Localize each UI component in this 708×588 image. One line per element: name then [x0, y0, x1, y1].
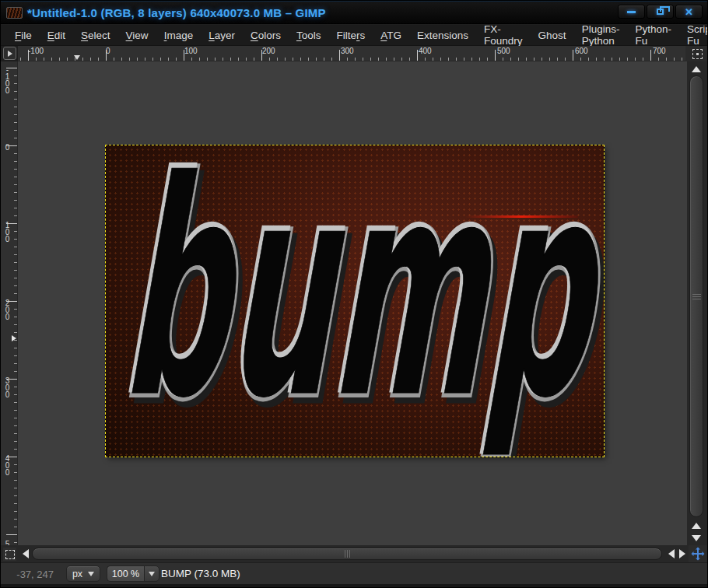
grip-line — [349, 550, 350, 558]
chevron-down-icon — [149, 572, 155, 576]
restore-button[interactable] — [647, 5, 674, 19]
horizontal-scrollbar-track[interactable] — [30, 545, 665, 562]
h-ruler-label: 600 — [575, 47, 588, 55]
grip-line — [692, 296, 701, 297]
menubar: FileEditSelectViewImageLayerColorsToolsF… — [1, 25, 707, 46]
unit-value: px — [72, 569, 82, 579]
zoom-control[interactable]: 100 % — [107, 565, 159, 582]
scroll-up-stepper[interactable] — [689, 520, 704, 531]
right-arrow-icon — [679, 549, 685, 558]
down-arrow-icon — [692, 535, 701, 541]
bump-artwork: bump bump bump bump — [106, 145, 604, 457]
menu-tools[interactable]: Tools — [289, 26, 329, 44]
h-ruler-label: 0 — [106, 47, 110, 55]
vertical-ruler[interactable]: -1000100200300400500 — [1, 61, 18, 545]
v-ruler-label: 200 — [3, 299, 11, 320]
menu-extensions[interactable]: Extensions — [409, 26, 476, 44]
v-ruler-label: -100 — [3, 65, 11, 93]
statusbar: -37, 247 px 100 % BUMP (73.0 MB) — [1, 562, 708, 584]
v-ruler-label: 300 — [3, 376, 11, 397]
left-arrow-icon — [668, 549, 675, 558]
close-button[interactable]: ✕ — [675, 5, 703, 19]
menu-filters[interactable]: Filters — [328, 26, 373, 44]
menu-layer[interactable]: Layer — [201, 26, 243, 44]
navigation-cross-icon — [691, 547, 705, 561]
dashed-square-icon — [692, 49, 703, 59]
v-ruler-label: 500 — [3, 540, 11, 545]
menu-select[interactable]: Select — [73, 26, 118, 44]
window-bottom-border — [1, 584, 708, 588]
vertical-scrollbar[interactable] — [687, 61, 707, 545]
grip-line — [692, 299, 701, 299]
h-ruler-label: 200 — [262, 47, 275, 55]
h-ruler-label: 300 — [341, 47, 354, 55]
minimize-button[interactable] — [618, 5, 645, 19]
v-ruler-label: 0 — [3, 143, 11, 150]
left-arrow-icon — [23, 549, 29, 558]
image-canvas[interactable]: bump bump bump bump — [106, 145, 604, 457]
menu-arrow-icon — [8, 51, 12, 57]
zoom-fit-toggle[interactable] — [685, 46, 708, 61]
scroll-down-stepper[interactable] — [689, 532, 704, 544]
pointer-y-marker — [12, 335, 16, 341]
horizontal-scrollbar-thumb[interactable] — [32, 548, 662, 560]
vertical-scrollbar-thumb[interactable] — [689, 75, 703, 517]
pointer-x-marker — [74, 55, 80, 60]
h-ruler-label: 100 — [184, 47, 198, 55]
menu-ghost[interactable]: Ghost — [531, 26, 574, 44]
grip-line — [692, 294, 701, 295]
h-ruler-label: 700 — [653, 47, 666, 55]
up-arrow-icon — [692, 523, 701, 529]
grip-line — [347, 550, 348, 558]
zoom-dropdown-button[interactable] — [144, 565, 159, 582]
pointer-position: -37, 247 — [9, 569, 54, 580]
menu-view[interactable]: View — [118, 26, 156, 44]
status-message: BUMP (73.0 MB) — [161, 568, 240, 579]
scroll-up-button[interactable] — [689, 63, 704, 75]
scroll-right-stepper[interactable] — [675, 548, 690, 559]
minimize-icon — [627, 11, 636, 13]
close-icon: ✕ — [685, 6, 693, 18]
menu-file[interactable]: File — [7, 26, 40, 44]
horizontal-scrollbar[interactable] — [1, 545, 708, 562]
up-arrow-icon — [692, 66, 701, 72]
bump-text: bump — [107, 145, 604, 457]
quick-mask-icon — [5, 550, 15, 559]
zoom-value[interactable]: 100 % — [107, 565, 144, 582]
window-title: *Untitled-1.0 (RGB, 8 layers) 640x40073.… — [27, 6, 326, 19]
menu-atg[interactable]: ATG — [373, 26, 409, 44]
v-ruler-label: 400 — [3, 454, 11, 475]
menu-image[interactable]: Image — [156, 26, 202, 44]
gimp-window: *Untitled-1.0 (RGB, 8 layers) 640x40073.… — [0, 0, 708, 588]
grip-line — [345, 550, 345, 558]
menu-edit[interactable]: Edit — [40, 26, 73, 44]
menu-colors[interactable]: Colors — [243, 26, 289, 44]
chevron-down-icon — [88, 572, 94, 576]
ruler-menu-button[interactable] — [3, 47, 16, 60]
window-icon — [6, 7, 23, 19]
unit-dropdown[interactable]: px — [66, 565, 100, 582]
navigation-button[interactable] — [689, 545, 707, 562]
canvas-area[interactable]: bump bump bump bump — [18, 61, 687, 545]
h-ruler-label: 400 — [419, 47, 432, 55]
h-ruler-label: 500 — [497, 47, 510, 55]
quick-mask-toggle[interactable] — [3, 548, 16, 561]
horizontal-ruler[interactable]: -1000100200300400500600700 — [18, 46, 685, 61]
v-ruler-label: 100 — [3, 221, 11, 242]
h-ruler-label: -100 — [28, 47, 44, 55]
restore-icon — [657, 9, 664, 15]
